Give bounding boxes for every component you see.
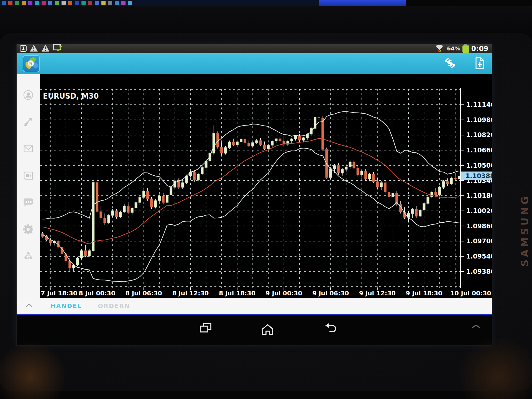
time-axis-label: 8 Jul 18:30 xyxy=(219,290,255,297)
candle xyxy=(236,142,239,145)
sidebar-item-mail[interactable] xyxy=(22,142,35,155)
taskbar-app-icon xyxy=(121,1,126,5)
sidebar-item-quotes[interactable] xyxy=(22,89,35,101)
photo-background: SAMSUNG 1 64% 0:09 xyxy=(0,0,532,399)
background-monitor-window xyxy=(319,0,406,7)
candle xyxy=(88,250,91,256)
candle xyxy=(228,142,231,148)
candle xyxy=(166,195,168,202)
price-axis-label: 1.11140 xyxy=(466,101,492,108)
candle xyxy=(360,171,363,175)
candle xyxy=(318,117,320,118)
taskbar-app-icon xyxy=(42,1,46,5)
android-status-bar: 1 64% 0:09 xyxy=(17,44,492,53)
taskbar-app-icon xyxy=(15,1,19,5)
candle xyxy=(170,187,172,195)
candle xyxy=(146,191,149,199)
taskbar-app-icon xyxy=(28,1,32,5)
tab-handel[interactable]: HANDEL xyxy=(50,303,82,310)
candle xyxy=(431,192,433,197)
candle xyxy=(135,203,137,208)
sidebar-item-settings[interactable] xyxy=(22,223,35,236)
sidebar-item-charts[interactable] xyxy=(22,116,35,128)
sidebar-item-messages[interactable] xyxy=(22,196,35,209)
svg-text:5: 5 xyxy=(29,61,33,66)
recents-button[interactable] xyxy=(198,322,213,337)
bottom-tab-bar: HANDEL ORDERN xyxy=(17,298,492,314)
candle xyxy=(419,210,421,216)
taskbar-app-icon xyxy=(81,1,86,5)
taskbar-app-icon xyxy=(55,1,59,5)
ambient-light xyxy=(449,338,532,399)
chevron-up-icon[interactable] xyxy=(25,303,33,309)
tablet-device: SAMSUNG 1 64% 0:09 xyxy=(0,33,532,391)
wifi-icon xyxy=(434,44,445,53)
taskbar-app-icon xyxy=(115,1,119,5)
candle xyxy=(100,212,102,218)
candle xyxy=(458,176,460,179)
taskbar-app-icon xyxy=(62,1,66,5)
candle xyxy=(357,168,359,175)
price-axis-label: 1.10020 xyxy=(466,207,492,214)
candle xyxy=(298,136,301,140)
candle xyxy=(150,199,153,207)
time-axis-label: 9 Jul 06:30 xyxy=(312,290,349,297)
time-axis-label: 8 Jul 06:30 xyxy=(126,290,162,297)
candle xyxy=(454,178,456,179)
candle xyxy=(119,212,122,217)
mail-icon xyxy=(22,142,35,155)
candle xyxy=(372,174,375,181)
sidebar-item-community[interactable] xyxy=(22,250,35,263)
chat-icon xyxy=(22,196,35,209)
sidebar-item-news[interactable] xyxy=(22,169,35,182)
taskbar-app-icon xyxy=(68,1,72,5)
candle xyxy=(337,165,340,173)
candle xyxy=(267,145,270,149)
candle xyxy=(415,209,418,216)
new-order-icon[interactable] xyxy=(474,57,486,71)
news-icon xyxy=(22,169,35,182)
samsung-brand-label: SAMSUNG xyxy=(519,189,530,267)
candle xyxy=(271,141,273,145)
price-axis-label: 1.10980 xyxy=(466,116,492,124)
ambient-light xyxy=(0,341,72,399)
trade-dollar-icon[interactable]: $ xyxy=(443,57,457,70)
candle xyxy=(220,147,223,153)
candlestick-chart[interactable]: 1.111401.109801.108201.106601.105001.103… xyxy=(40,74,492,298)
expand-chevron-icon[interactable] xyxy=(471,324,481,330)
candle xyxy=(232,142,234,145)
candle xyxy=(263,145,266,149)
back-button[interactable] xyxy=(324,322,338,337)
metatrader5-logo-button[interactable]: 5 xyxy=(23,55,40,72)
price-axis-label: 1.09380 xyxy=(466,268,492,275)
screenshot-icon xyxy=(53,44,63,53)
quotes-icon xyxy=(22,89,35,101)
candle xyxy=(333,165,336,168)
battery-percent-label: 64% xyxy=(447,45,460,52)
candle xyxy=(131,208,133,213)
candle xyxy=(349,162,351,167)
tab-ordern[interactable]: ORDERN xyxy=(98,303,130,310)
warning-icon xyxy=(41,44,50,53)
taskbar-app-icon xyxy=(101,1,106,5)
candle xyxy=(345,167,347,169)
candle xyxy=(368,174,371,179)
candle xyxy=(201,167,203,174)
chart-panel[interactable]: 1.111401.109801.108201.106601.105001.103… xyxy=(40,74,492,298)
time-axis-label: 8 Jul 12:30 xyxy=(172,290,209,297)
warning-icon xyxy=(29,44,38,53)
candle xyxy=(158,196,161,201)
app-sidebar xyxy=(17,74,40,298)
candle xyxy=(197,174,200,180)
candle xyxy=(213,133,215,153)
home-button[interactable] xyxy=(260,322,275,337)
candle xyxy=(341,169,344,173)
candle xyxy=(411,209,414,214)
taskbar-app-icon xyxy=(95,1,99,5)
candle xyxy=(287,141,289,144)
candle xyxy=(442,181,445,187)
candle xyxy=(244,139,246,143)
candle xyxy=(162,196,165,203)
candle xyxy=(139,197,141,202)
current-price-label: 1.10388 xyxy=(466,172,492,180)
